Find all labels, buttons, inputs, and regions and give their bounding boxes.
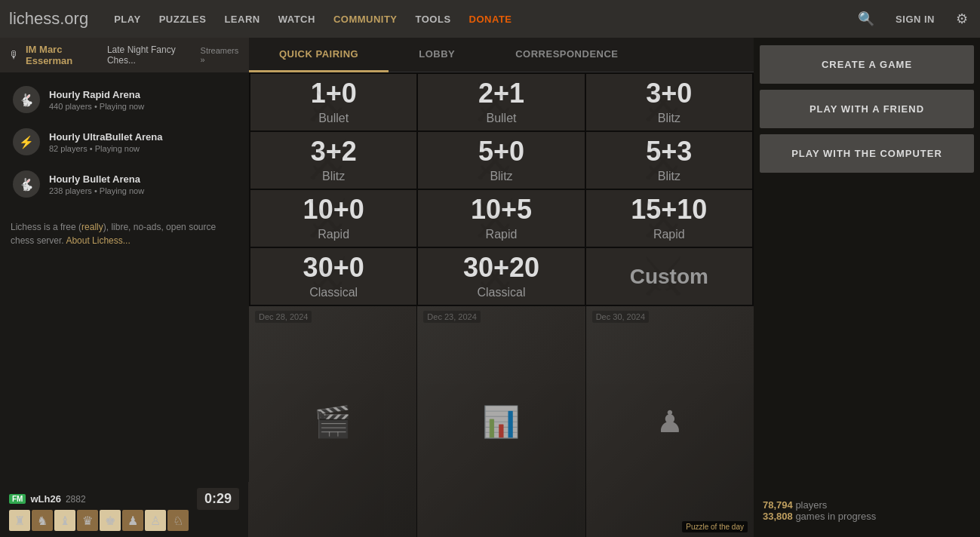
- player-title-badge: FM: [9, 494, 26, 504]
- nav-links: PLAY PUZZLES LEARN WATCH COMMUNITY TOOLS…: [106, 9, 855, 29]
- video-thumb-2[interactable]: Dec 23, 2024 📊: [417, 306, 585, 537]
- logo-text: lichess: [9, 9, 60, 28]
- pairing-mode: Classical: [309, 286, 358, 299]
- pairing-10-5[interactable]: 10+5 Rapid: [418, 190, 584, 247]
- streamer-bar[interactable]: 🎙 IM Marc Esserman Late Night Fancy Ches…: [0, 38, 249, 72]
- lichess-description: Lichess is a free (really), libre, no-ad…: [0, 211, 249, 256]
- create-game-button[interactable]: CREATE A GAME: [760, 45, 974, 84]
- nav-tools[interactable]: TOOLS: [408, 9, 459, 29]
- player-timer: 0:29: [197, 488, 239, 510]
- pairing-5-0[interactable]: 5+0 Blitz: [418, 132, 584, 189]
- video-image-3: ♟: [586, 306, 754, 537]
- arena-info-rapid: Hourly Rapid Arena 440 players • Playing…: [49, 89, 238, 111]
- piece-4: ♛: [77, 510, 98, 531]
- players-stat: 78,794 players: [763, 499, 971, 511]
- pairing-time: 1+0: [311, 80, 357, 107]
- logo[interactable]: lichess.org: [9, 9, 88, 29]
- games-count: 33,808: [763, 511, 793, 522]
- piece-7: ♙: [145, 510, 166, 531]
- nav-donate[interactable]: DONATE: [462, 9, 520, 29]
- pairing-custom[interactable]: Custom: [586, 248, 752, 305]
- pairing-time: 5+3: [646, 138, 692, 165]
- pairing-1-0[interactable]: 1+0 Bullet: [250, 74, 416, 130]
- video-image-2: 📊: [417, 306, 585, 537]
- nav-watch[interactable]: WATCH: [271, 9, 323, 29]
- arena-meta-bullet: 238 players • Playing now: [49, 186, 238, 195]
- sidebar: 🎙 IM Marc Esserman Late Night Fancy Ches…: [0, 38, 249, 537]
- video-thumb-1[interactable]: Dec 28, 2024 🎬: [249, 306, 417, 537]
- logo-tld: .org: [60, 9, 88, 28]
- games-stat: 33,808 games in progress: [763, 511, 971, 522]
- player-top: FM wLh26 2882 0:29: [9, 488, 239, 510]
- video-thumb-3[interactable]: Dec 30, 2024 ♟ Puzzle of the day: [586, 306, 754, 537]
- pairing-30-0[interactable]: 30+0 Classical: [250, 248, 416, 305]
- nav-puzzles[interactable]: PUZZLES: [152, 9, 214, 29]
- mic-icon: 🎙: [9, 49, 20, 61]
- streamers-link[interactable]: Streamers »: [201, 46, 240, 64]
- pairing-time: 2+1: [478, 80, 524, 107]
- video-thumbnails: Dec 28, 2024 🎬 Dec 23, 2024 📊 Dec 30, 20…: [249, 306, 754, 537]
- nav-actions: 🔍 SIGN IN ⚙: [855, 8, 971, 30]
- play-computer-button[interactable]: PLAY WITH THE COMPUTER: [760, 134, 974, 173]
- search-icon[interactable]: 🔍: [855, 8, 877, 30]
- pairing-mode: Bullet: [486, 112, 516, 125]
- piece-2: ♞: [32, 510, 53, 531]
- streamer-title: Late Night Fancy Ches...: [107, 44, 195, 66]
- pairing-time: Custom: [630, 266, 708, 287]
- pairing-time: 3+0: [646, 80, 692, 107]
- really-link[interactable]: really: [81, 222, 103, 232]
- pairing-3-2[interactable]: 3+2 Blitz: [250, 132, 416, 189]
- piece-6: ♟: [122, 510, 143, 531]
- chess-board-strip: ♜ ♞ ♝ ♛ ♚ ♟ ♙ ♘: [9, 510, 239, 531]
- piece-5: ♚: [100, 510, 121, 531]
- streamer-name: IM Marc Esserman: [26, 44, 101, 66]
- pairing-mode: Blitz: [490, 170, 512, 183]
- pairing-30-20[interactable]: 30+20 Classical: [418, 248, 584, 305]
- arena-info-bullet: Hourly Bullet Arena 238 players • Playin…: [49, 173, 238, 195]
- nav-learn[interactable]: LEARN: [217, 9, 267, 29]
- pairing-mode: Blitz: [322, 170, 345, 183]
- pairing-time: 10+0: [303, 196, 364, 223]
- pairing-5-3[interactable]: 5+3 Blitz: [586, 132, 752, 189]
- arena-item-ultrabullet[interactable]: ⚡ Hourly UltraBullet Arena 82 players • …: [0, 121, 249, 163]
- pairing-time: 10+5: [471, 196, 532, 223]
- tab-correspondence[interactable]: Correspondence: [485, 38, 648, 72]
- player-name-wrap: FM wLh26 2882: [9, 493, 86, 505]
- pairing-time: 15+10: [631, 196, 707, 223]
- pairing-mode: Rapid: [653, 228, 685, 241]
- stats-area: 78,794 players 33,808 games in progress: [760, 492, 974, 529]
- arena-item-bullet[interactable]: 🐇 Hourly Bullet Arena 238 players • Play…: [0, 163, 249, 205]
- settings-icon[interactable]: ⚙: [953, 8, 971, 30]
- pairing-15-10[interactable]: 15+10 Rapid: [586, 190, 752, 247]
- nav-community[interactable]: COMMUNITY: [326, 9, 405, 29]
- pairing-time: 5+0: [478, 138, 524, 165]
- piece-3: ♝: [54, 510, 75, 531]
- pairing-10-0[interactable]: 10+0 Rapid: [250, 190, 416, 247]
- tab-quick-pairing[interactable]: Quick pairing: [249, 38, 389, 72]
- piece-8: ♘: [167, 510, 189, 531]
- video-image-1: 🎬: [249, 306, 416, 537]
- pairing-2-1[interactable]: 2+1 Bullet: [418, 74, 584, 130]
- pairing-3-0[interactable]: 3+0 Blitz: [586, 74, 752, 130]
- pairing-mode: Blitz: [658, 112, 680, 125]
- sign-in-button[interactable]: SIGN IN: [888, 9, 942, 29]
- player-bar: FM wLh26 2882 0:29 ♜ ♞ ♝ ♛ ♚ ♟ ♙ ♘: [0, 482, 249, 537]
- arena-list: 🐇 Hourly Rapid Arena 440 players • Playi…: [0, 72, 249, 211]
- pairing-time: 30+0: [303, 254, 364, 281]
- pairing-mode: Rapid: [486, 228, 518, 241]
- nav-play[interactable]: PLAY: [106, 9, 148, 29]
- right-panel: CREATE A GAME PLAY WITH A FRIEND PLAY WI…: [754, 38, 980, 537]
- pairing-mode: Rapid: [318, 228, 349, 241]
- arena-icon-ultrabullet: ⚡: [13, 128, 40, 155]
- piece-1: ♜: [9, 510, 30, 531]
- about-link[interactable]: About Lichess...: [66, 235, 130, 246]
- arena-item-hourly-rapid[interactable]: 🐇 Hourly Rapid Arena 440 players • Playi…: [0, 78, 249, 121]
- pairing-mode: Bullet: [318, 112, 349, 125]
- tabs: Quick pairing Lobby Correspondence: [249, 38, 754, 72]
- tab-lobby[interactable]: Lobby: [389, 38, 485, 72]
- pairing-mode: Blitz: [658, 170, 680, 183]
- player-name: wLh26: [30, 493, 60, 505]
- players-count: 78,794: [763, 499, 793, 511]
- arena-name-ultrabullet: Hourly UltraBullet Arena: [49, 131, 238, 143]
- play-friend-button[interactable]: PLAY WITH A FRIEND: [760, 90, 974, 128]
